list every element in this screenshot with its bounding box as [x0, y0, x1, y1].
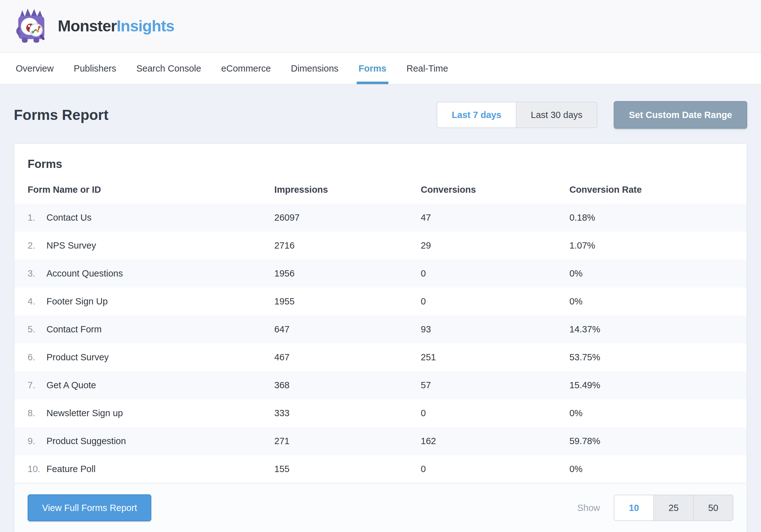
form-name-cell: 1.Contact Us: [15, 204, 274, 232]
column-header-conversion-rate: Conversion Rate: [569, 175, 746, 204]
conversions-cell: 0: [421, 260, 569, 287]
table-row: 1.Contact Us26097470.18%: [15, 204, 746, 232]
card-title: Forms: [15, 144, 746, 175]
row-rank: 7.: [28, 380, 46, 390]
set-custom-date-range-button[interactable]: Set Custom Date Range: [614, 101, 747, 129]
conversions-cell: 0: [421, 455, 569, 483]
form-name: Product Suggestion: [46, 436, 126, 446]
show-label: Show: [577, 503, 600, 513]
table-row: 2.NPS Survey2716291.07%: [15, 232, 746, 260]
conversion-rate-cell: 0%: [569, 287, 746, 316]
impressions-cell: 467: [274, 343, 421, 371]
row-rank: 8.: [28, 408, 46, 418]
page-content: Forms Report Last 7 days Last 30 days Se…: [0, 85, 761, 532]
conversion-rate-cell: 59.78%: [569, 427, 746, 455]
impressions-cell: 271: [274, 427, 421, 455]
row-rank: 5.: [28, 324, 46, 334]
form-name: Newsletter Sign up: [46, 408, 123, 418]
form-name: NPS Survey: [46, 240, 96, 251]
column-header-conversions: Conversions: [421, 175, 569, 204]
impressions-cell: 1955: [274, 287, 421, 316]
conversions-cell: 57: [421, 371, 569, 399]
brand-wordmark: MonsterInsights: [58, 17, 174, 35]
conversions-cell: 0: [421, 287, 569, 316]
row-rank: 3.: [28, 268, 46, 279]
table-row: 4.Footer Sign Up195500%: [15, 287, 746, 316]
forms-table: Form Name or ID Impressions Conversions …: [15, 175, 746, 483]
row-rank: 1.: [28, 212, 46, 223]
last-7-days-button[interactable]: Last 7 days: [437, 102, 516, 127]
impressions-cell: 2716: [274, 232, 421, 260]
conversion-rate-cell: 1.07%: [569, 232, 746, 260]
form-name: Contact Form: [46, 324, 102, 334]
top-brand-bar: MonsterInsights: [0, 0, 761, 53]
nav-item-ecommerce[interactable]: eCommerce: [219, 53, 273, 84]
table-row: 9.Product Suggestion27116259.78%: [15, 427, 746, 455]
conversion-rate-cell: 15.49%: [569, 371, 746, 399]
form-name: Account Questions: [46, 268, 123, 278]
conversion-rate-cell: 0%: [569, 399, 746, 427]
form-name-cell: 2.NPS Survey: [15, 232, 274, 260]
row-rank: 6.: [28, 352, 46, 363]
conversion-rate-cell: 0.18%: [569, 204, 746, 232]
view-full-forms-report-button[interactable]: View Full Forms Report: [28, 494, 151, 521]
rows-per-page-options: 102550: [614, 495, 733, 521]
nav-item-real-time[interactable]: Real-Time: [405, 53, 450, 84]
conversions-cell: 29: [421, 232, 569, 260]
show-option-25[interactable]: 25: [653, 495, 693, 520]
forms-card: Forms Form Name or ID Impressions Conver…: [14, 143, 747, 532]
conversion-rate-cell: 0%: [569, 455, 746, 483]
conversions-cell: 0: [421, 399, 569, 427]
column-header-form-name: Form Name or ID: [15, 175, 274, 204]
nav-item-overview[interactable]: Overview: [14, 53, 56, 84]
nav-item-publishers[interactable]: Publishers: [72, 53, 118, 84]
brand-monster-text: Monster: [58, 17, 116, 35]
forms-table-body: 1.Contact Us26097470.18%2.NPS Survey2716…: [15, 204, 746, 483]
form-name: Product Survey: [46, 352, 109, 362]
monsterinsights-logo: MonsterInsights: [14, 7, 174, 45]
form-name-cell: 4.Footer Sign Up: [15, 287, 274, 316]
impressions-cell: 155: [274, 455, 421, 483]
form-name-cell: 7.Get A Quote: [15, 371, 274, 399]
row-rank: 9.: [28, 436, 46, 446]
form-name-cell: 9.Product Suggestion: [15, 427, 274, 455]
conversions-cell: 162: [421, 427, 569, 455]
monsterinsights-mascot-icon: [14, 7, 50, 45]
brand-insights-text: Insights: [116, 17, 174, 35]
nav-item-search-console[interactable]: Search Console: [134, 53, 203, 84]
form-name-cell: 3.Account Questions: [15, 260, 274, 287]
card-footer: View Full Forms Report Show 102550: [15, 483, 746, 532]
form-name-cell: 6.Product Survey: [15, 343, 274, 371]
date-range-controls: Last 7 days Last 30 days Set Custom Date…: [437, 101, 747, 129]
nav-item-dimensions[interactable]: Dimensions: [289, 53, 341, 84]
impressions-cell: 368: [274, 371, 421, 399]
date-range-toggle: Last 7 days Last 30 days: [437, 102, 598, 128]
table-row: 8.Newsletter Sign up33300%: [15, 399, 746, 427]
impressions-cell: 647: [274, 316, 421, 343]
table-row: 6.Product Survey46725153.75%: [15, 343, 746, 371]
form-name: Footer Sign Up: [46, 296, 108, 306]
show-option-50[interactable]: 50: [693, 495, 733, 520]
table-row: 10.Feature Poll15500%: [15, 455, 746, 483]
table-row: 7.Get A Quote3685715.49%: [15, 371, 746, 399]
conversion-rate-cell: 53.75%: [569, 343, 746, 371]
form-name-cell: 5.Contact Form: [15, 316, 274, 343]
row-rank: 2.: [28, 240, 46, 251]
table-row: 3.Account Questions195600%: [15, 260, 746, 287]
last-30-days-button[interactable]: Last 30 days: [516, 102, 597, 127]
form-name: Contact Us: [46, 212, 91, 222]
row-rank: 4.: [28, 296, 46, 307]
conversions-cell: 47: [421, 204, 569, 232]
impressions-cell: 333: [274, 399, 421, 427]
table-row: 5.Contact Form6479314.37%: [15, 316, 746, 343]
form-name: Get A Quote: [46, 380, 96, 390]
conversions-cell: 93: [421, 316, 569, 343]
page-title: Forms Report: [14, 106, 109, 123]
nav-item-forms[interactable]: Forms: [357, 53, 388, 84]
impressions-cell: 1956: [274, 260, 421, 287]
show-option-10[interactable]: 10: [615, 495, 653, 520]
form-name-cell: 8.Newsletter Sign up: [15, 399, 274, 427]
conversions-cell: 251: [421, 343, 569, 371]
column-header-impressions: Impressions: [274, 175, 421, 204]
page-header: Forms Report Last 7 days Last 30 days Se…: [14, 101, 747, 129]
